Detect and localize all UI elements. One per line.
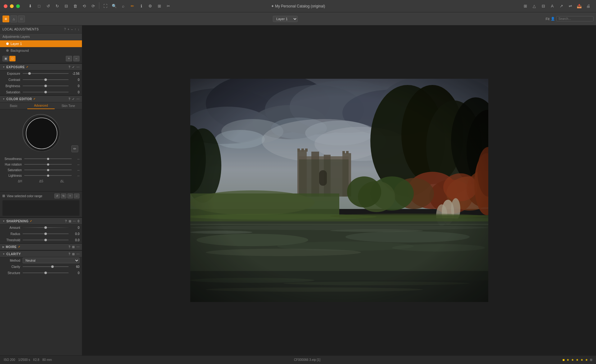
lightness-slider[interactable] [24, 175, 72, 176]
ce-help-icon[interactable]: ? [68, 97, 70, 101]
compare-icon[interactable]: ⊟ [539, 2, 547, 10]
loupe-icon[interactable]: 🔍 [110, 2, 118, 10]
exposure-slider[interactable] [23, 71, 69, 76]
settings-icon[interactable]: ⚙ [146, 2, 154, 10]
contrast-slider[interactable] [23, 78, 69, 82]
moire-icon2[interactable]: ⋯ [76, 245, 80, 249]
layer-thumbnail-btn[interactable]: ▣ [2, 56, 9, 61]
layer-add-btn[interactable]: + [66, 56, 72, 61]
local-adj-icon-1[interactable]: ? [64, 28, 66, 31]
view-triangle-btn[interactable]: △ [10, 16, 17, 22]
svg-point-1 [24, 115, 60, 151]
tab-basic[interactable]: Basic [0, 102, 27, 109]
hue-rotation-slider[interactable] [24, 164, 72, 165]
saturation-slider[interactable] [23, 90, 69, 94]
exposure-check-icon[interactable]: ✓ [72, 65, 75, 69]
search-icon[interactable]: ⌕ [119, 2, 127, 10]
info-icon[interactable]: ℹ [137, 2, 145, 10]
tab-skin[interactable]: Skin Tone [55, 102, 82, 109]
star-2[interactable]: ★ [571, 358, 574, 362]
color-editor-header[interactable]: ▼ COLOR EDITOR ✓ ? ✓ ⋯ [0, 95, 82, 102]
layer-remove-btn[interactable]: – [73, 56, 79, 61]
undo-icon[interactable]: ↺ [44, 2, 52, 10]
smoothness-slider[interactable] [24, 158, 72, 159]
threshold-slider[interactable] [23, 238, 69, 242]
smoothness-value: -- [72, 157, 79, 161]
share-icon[interactable]: ⇌ [566, 2, 574, 10]
sharpening-controls: ? ⊞ ⋯ 0 [65, 220, 79, 223]
star-3[interactable]: ★ [576, 358, 579, 362]
import-icon[interactable]: ⬇ [26, 2, 34, 10]
background-layer-item[interactable]: Background [0, 47, 82, 54]
local-adj-icon-4[interactable]: ↑ [74, 28, 76, 31]
exposure-help-icon[interactable]: ? [68, 65, 70, 69]
threshold-thumb [44, 239, 47, 241]
layer-1-item[interactable]: Layer 1 [0, 40, 82, 47]
lightness-row: Lightness -- [0, 173, 82, 178]
export-icon[interactable]: 📤 [575, 2, 583, 10]
amount-slider[interactable] [23, 225, 69, 230]
saturation-ce-slider[interactable] [24, 170, 72, 170]
structure-slider[interactable] [23, 271, 69, 275]
stamp-icon[interactable]: ⊟ [62, 2, 70, 10]
exposure-row: Exposure -2.56 [0, 70, 82, 77]
layer-rect-btn[interactable]: □ [9, 56, 16, 61]
panels-icon[interactable]: ⊞ [521, 2, 529, 10]
close-button[interactable] [4, 4, 7, 8]
exposure-options-icon[interactable]: ⋯ [76, 65, 80, 69]
color-wheel[interactable] [22, 114, 60, 151]
exposure-header[interactable]: ▼ EXPOSURE ✓ ? ✓ ⋯ [0, 64, 82, 70]
local-adj-icon-2[interactable]: + [68, 28, 70, 31]
clarity-slider[interactable] [23, 264, 69, 269]
grid-view-icon[interactable]: ⊞ [590, 358, 592, 362]
rotate-left-icon[interactable]: ⟲ [80, 2, 88, 10]
sharp-help[interactable]: ? [65, 220, 67, 223]
warning-icon[interactable]: △ [530, 2, 538, 10]
clarity-help[interactable]: ? [68, 252, 70, 256]
color-range-btn-4[interactable]: – [74, 193, 79, 198]
delete-icon[interactable]: 🗑 [71, 2, 79, 10]
hue-rotation-row: Hue rotation -- [0, 162, 82, 167]
sharpening-header[interactable]: ▼ SHARPENING ✓ ? ⊞ ⋯ 0 [0, 218, 82, 224]
smoothness-label: Smoothness [2, 157, 24, 161]
clarity-header[interactable]: ▼ CLARITY ? ⊞ ⋯ [0, 251, 82, 257]
grid-icon[interactable]: ⊞ [155, 2, 163, 10]
print-icon[interactable]: 🖨 [584, 2, 592, 10]
method-select[interactable]: Neutral [23, 258, 79, 263]
crop-icon[interactable]: ⛶ [101, 2, 109, 10]
new-icon[interactable]: □ [35, 2, 43, 10]
view-square-btn[interactable]: □ [18, 16, 25, 22]
clarity-icon2[interactable]: ⋯ [76, 252, 80, 256]
brightness-slider[interactable] [23, 84, 69, 88]
arrow-icon[interactable]: ↗ [557, 2, 565, 10]
moire-help[interactable]: ? [68, 245, 70, 249]
radius-slider[interactable] [23, 232, 69, 236]
sharp-icon2[interactable]: ⋯ [73, 220, 76, 223]
tab-advanced[interactable]: Advanced [27, 102, 55, 109]
moire-icon1[interactable]: ⊞ [72, 245, 75, 249]
layer-dropdown[interactable]: Layer 1 [273, 16, 298, 22]
ce-options-icon[interactable]: ⋯ [76, 97, 80, 101]
moire-header[interactable]: ▶ MOIRE ✓ ? ⊞ ⋯ [0, 243, 82, 250]
local-adj-icon-3[interactable]: – [71, 28, 73, 31]
view-grid-btn[interactable]: ⊞ [2, 16, 9, 22]
search-field[interactable] [556, 16, 594, 21]
maximize-button[interactable] [16, 4, 20, 8]
minimize-button[interactable] [10, 4, 14, 8]
star-1[interactable]: ★ [567, 358, 569, 362]
ce-check-icon[interactable]: ✓ [72, 97, 75, 101]
rotate-right-icon[interactable]: ⟳ [89, 2, 97, 10]
eyedropper-button[interactable]: ✏ [71, 145, 78, 152]
clarity-icon1[interactable]: ⊞ [72, 252, 75, 256]
brush-icon[interactable]: ✏ [128, 2, 136, 10]
color-range-btn-3[interactable]: + [67, 193, 73, 198]
scissors-icon[interactable]: ✂ [164, 2, 172, 10]
color-range-btn-2[interactable]: ↻ [61, 193, 66, 198]
redo-icon[interactable]: ↻ [53, 2, 61, 10]
sharp-icon1[interactable]: ⊞ [69, 220, 71, 223]
color-range-btn-1[interactable]: ↺ [54, 193, 60, 198]
local-adj-icon-5[interactable]: ↓ [78, 28, 80, 31]
font-icon[interactable]: A [548, 2, 556, 10]
star-5[interactable]: ★ [585, 358, 588, 362]
star-4[interactable]: ★ [580, 358, 583, 362]
